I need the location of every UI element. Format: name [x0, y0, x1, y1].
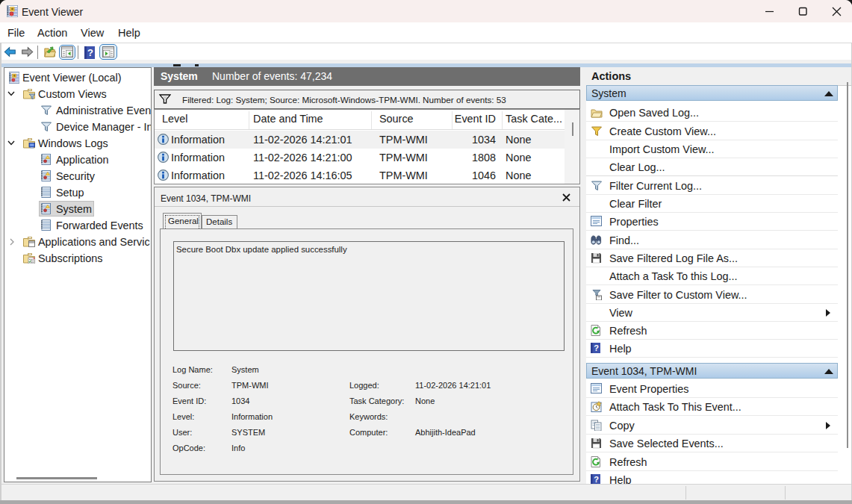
svg-text:?: ?: [87, 47, 93, 58]
